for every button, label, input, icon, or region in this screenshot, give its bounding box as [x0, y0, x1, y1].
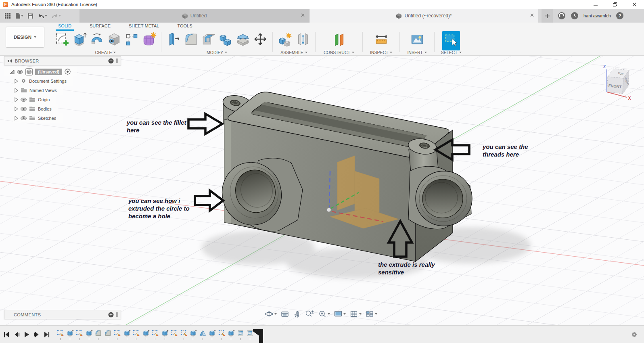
restore-button[interactable] — [605, 0, 625, 9]
timeline-feature-mirror[interactable] — [199, 329, 207, 340]
timeline-feature-fillet[interactable] — [94, 329, 102, 340]
step-back-button[interactable] — [13, 331, 20, 338]
go-to-start-button[interactable] — [3, 331, 10, 338]
chevron-right-icon[interactable] — [15, 97, 18, 102]
expand-triangle-icon[interactable] — [10, 69, 15, 74]
minimize-panel-icon[interactable] — [108, 58, 114, 64]
activate-radio-icon[interactable] — [65, 69, 71, 75]
chevron-right-icon[interactable] — [15, 79, 18, 84]
shell-button[interactable] — [200, 31, 216, 49]
tab-tools[interactable]: TOOLS — [175, 23, 194, 31]
select-button[interactable] — [442, 31, 460, 50]
step-forward-button[interactable] — [33, 331, 40, 338]
eye-visible-icon[interactable] — [21, 116, 27, 120]
press-pull-button[interactable] — [165, 31, 182, 49]
zoom-button[interactable] — [304, 309, 315, 319]
undo-button[interactable] — [36, 12, 48, 20]
browser-row-bodies[interactable]: Bodies — [13, 104, 58, 113]
view-cube[interactable]: FRONT TOP RIGHT Z X — [603, 65, 631, 100]
grid-snaps-button[interactable] — [349, 309, 362, 319]
revolve-button[interactable] — [89, 31, 105, 49]
modify-menu[interactable]: MODIFY — [207, 50, 227, 55]
panel-grip[interactable] — [116, 312, 118, 317]
chevron-right-icon[interactable] — [15, 116, 18, 121]
viewports-button[interactable] — [365, 309, 378, 319]
timeline-feature-extrude[interactable] — [123, 329, 131, 340]
play-button[interactable] — [23, 331, 30, 338]
extensions-icon[interactable] — [558, 12, 566, 20]
timeline-feature-sketch[interactable] — [113, 329, 121, 340]
document-tab-untitled[interactable]: Untitled — [79, 9, 309, 23]
joint-button[interactable] — [295, 31, 311, 49]
browser-row-sketches[interactable]: Sketches — [13, 113, 63, 123]
inspect-menu[interactable]: INSPECT — [370, 50, 393, 55]
collapse-panel-icon[interactable] — [7, 59, 13, 63]
display-settings-button[interactable] — [333, 309, 346, 319]
help-icon[interactable]: ? — [616, 12, 624, 20]
look-at-button[interactable] — [280, 309, 290, 319]
chevron-right-icon[interactable] — [15, 107, 18, 111]
chevron-right-icon[interactable] — [15, 88, 18, 93]
close-tab-icon[interactable] — [530, 13, 534, 17]
eye-visible-icon[interactable] — [21, 98, 27, 102]
expand-panel-icon[interactable] — [108, 312, 114, 318]
eye-visible-icon[interactable] — [21, 107, 27, 111]
create-form-button[interactable] — [141, 31, 157, 49]
3d-model-junction-box[interactable] — [202, 92, 531, 278]
split-body-button[interactable] — [235, 31, 251, 49]
timeline-feature-sketch[interactable] — [218, 329, 226, 340]
fit-button[interactable] — [318, 309, 330, 319]
timeline-feature-fillet[interactable] — [104, 329, 112, 340]
pattern-button[interactable] — [123, 31, 140, 49]
construct-plane-button[interactable] — [331, 31, 347, 49]
create-sketch-button[interactable] — [54, 31, 70, 49]
save-button[interactable] — [26, 12, 35, 20]
browser-row-document-settings[interactable]: Document Settings — [13, 76, 73, 86]
close-tab-icon[interactable] — [301, 13, 305, 17]
document-tab-recovered[interactable]: Untitled (~recovered)* — [309, 9, 538, 23]
insert-canvas-button[interactable] — [409, 31, 425, 49]
timeline-feature-extrude[interactable] — [161, 329, 169, 340]
timeline-feature-sketch[interactable] — [75, 329, 83, 340]
new-tab-button[interactable] — [542, 9, 553, 23]
move-button[interactable] — [252, 31, 268, 49]
3d-viewport[interactable]: FRONT TOP RIGHT Z X you can see the fill… — [0, 56, 644, 343]
timeline-feature-extrude[interactable] — [142, 329, 150, 340]
timeline-feature-extrude[interactable] — [66, 329, 74, 340]
new-component-button[interactable] — [277, 31, 294, 49]
tab-surface[interactable]: SURFACE — [87, 23, 113, 31]
timeline-feature-extrude[interactable] — [189, 329, 197, 340]
timeline-feature-sketch[interactable] — [151, 329, 159, 340]
minimize-button[interactable] — [586, 0, 605, 9]
timeline-feature-extrude[interactable] — [208, 329, 216, 340]
app-grid-icon[interactable] — [3, 11, 12, 20]
comments-header[interactable]: COMMENTS — [4, 310, 121, 319]
create-menu[interactable]: CREATE — [95, 50, 116, 55]
file-menu-button[interactable] — [14, 11, 25, 20]
timeline-feature-thread[interactable] — [237, 329, 245, 340]
tab-sheet-metal[interactable]: SHEET METAL — [126, 23, 161, 31]
extrude-button[interactable] — [71, 31, 88, 49]
browser-row-named-views[interactable]: Named Views — [13, 86, 63, 95]
orbit-button[interactable] — [264, 309, 277, 319]
select-menu[interactable]: SELECT — [441, 50, 462, 55]
measure-button[interactable] — [373, 31, 389, 49]
origin-point[interactable] — [327, 208, 331, 212]
insert-menu[interactable]: INSERT — [407, 50, 427, 55]
timeline-feature-extrude[interactable] — [227, 329, 235, 340]
assemble-menu[interactable]: ASSEMBLE — [280, 50, 307, 55]
browser-header[interactable]: BROWSER — [4, 56, 121, 65]
panel-grip[interactable] — [116, 59, 118, 63]
pan-button[interactable] — [293, 309, 301, 319]
user-account-button[interactable]: hani awamleh — [583, 13, 611, 18]
fillet-button[interactable] — [183, 31, 199, 49]
browser-row-root[interactable]: (Unsaved) — [4, 67, 77, 76]
construct-menu[interactable]: CONSTRUCT — [324, 50, 354, 55]
redo-button[interactable] — [50, 12, 62, 20]
timeline-settings-gear-icon[interactable] — [630, 330, 638, 339]
close-button[interactable] — [625, 0, 644, 9]
combine-button[interactable] — [217, 31, 234, 49]
timeline-feature-sketch[interactable] — [56, 329, 64, 340]
workspace-switcher[interactable]: DESIGN — [6, 27, 44, 48]
hole-button[interactable] — [106, 31, 122, 49]
